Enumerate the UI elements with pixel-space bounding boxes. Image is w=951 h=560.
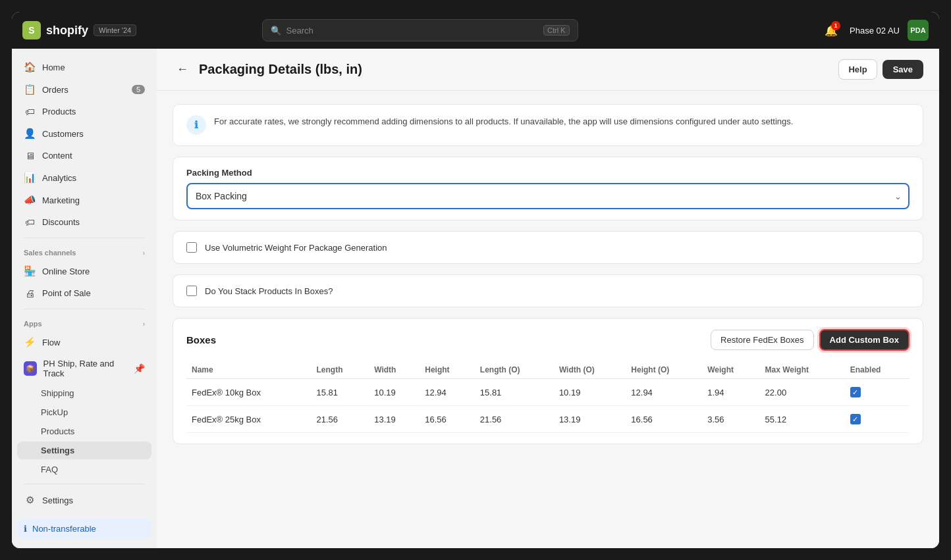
sales-channels-section: Sales channels › [17,243,151,259]
stack-products-label[interactable]: Do You Stack Products In Boxes? [205,286,333,296]
ph-app-label: PH Ship, Rate and Track [43,359,127,378]
col-height: Height [420,361,475,379]
stack-products-checkbox[interactable] [186,286,197,296]
flow-icon: ⚡ [24,336,36,348]
back-button[interactable]: ← [173,61,192,78]
analytics-icon: 📊 [24,172,36,184]
sidebar-label-flow: Flow [42,338,60,347]
divider-1 [24,238,145,238]
info-banner: ℹ For accurate rates, we strongly recomm… [186,115,910,135]
sub-products-label: Products [41,426,74,436]
restore-fedex-button[interactable]: Restore FedEx Boxes [711,330,813,350]
col-length: Length [311,361,369,379]
box-width-o-1: 10.19 [554,379,626,406]
volumetric-weight-row: Use Volumetric Weight For Package Genera… [186,242,910,253]
enabled-check-icon-1: ✓ [850,387,861,397]
sidebar-label-products: Products [42,107,76,116]
box-height-o-1: 12.94 [626,379,702,406]
col-weight: Weight [702,361,759,379]
sidebar-sub-settings[interactable]: Settings [17,442,151,459]
help-button[interactable]: Help [838,59,877,80]
sub-settings-label: Settings [41,445,74,455]
ph-app-icon: 📦 [24,361,37,376]
boxes-actions: Restore FedEx Boxes Add Custom Box [711,329,910,351]
search-icon: 🔍 [271,26,281,36]
boxes-header: Boxes Restore FedEx Boxes Add Custom Box [186,329,910,351]
non-transferable-label: Non-transferable [32,524,96,534]
topbar-right: 🔔 1 Phase 02 AU PDA [821,20,929,41]
volumetric-weight-checkbox[interactable] [186,242,197,253]
box-enabled-2[interactable]: ✓ [845,406,910,433]
packing-method-label: Packing Method [186,168,910,178]
point-of-sale-icon: 🖨 [24,288,36,299]
sidebar-item-settings[interactable]: ⚙ Settings [17,490,151,511]
page-title: Packaging Details (lbs, in) [199,62,362,77]
sidebar-label-online-store: Online Store [42,267,90,276]
sidebar-sub-shipping[interactable]: Shipping [17,384,151,402]
box-length-o-2: 21.56 [475,406,554,433]
divider-3 [24,484,145,484]
box-name-1: FedEx® 10kg Box [186,379,311,406]
packing-method-card: Packing Method Box Packing Weight Based … [173,157,923,220]
sidebar-item-online-store[interactable]: 🏪 Online Store [17,261,151,282]
sales-channels-label: Sales channels [24,249,76,257]
sidebar-item-orders[interactable]: 📋 Orders 5 [17,79,151,100]
search-bar[interactable]: 🔍 Ctrl K [262,19,578,41]
sidebar-sub-pickup[interactable]: PickUp [17,403,151,421]
winter-badge: Winter '24 [94,24,136,36]
col-max-weight: Max Weight [760,361,845,379]
sidebar-item-products[interactable]: 🏷 Products [17,101,151,122]
packing-method-select[interactable]: Box Packing Weight Based Individual [186,183,910,209]
pickup-label: PickUp [41,407,68,417]
stack-products-card: Do You Stack Products In Boxes? [173,274,923,307]
volumetric-weight-card: Use Volumetric Weight For Package Genera… [173,231,923,264]
boxes-table-body: FedEx® 10kg Box 15.81 10.19 12.94 15.81 … [186,379,910,433]
sidebar-item-ph-app[interactable]: 📦 PH Ship, Rate and Track 📌 [17,354,151,383]
sidebar-item-home[interactable]: 🏠 Home [17,57,151,78]
content-icon: 🖥 [24,150,36,161]
sidebar-item-marketing[interactable]: 📣 Marketing [17,190,151,211]
page-header: ← Packaging Details (lbs, in) Help Save [157,49,939,91]
sidebar-sub-faq[interactable]: FAQ [17,461,151,478]
box-name-2: FedEx® 25kg Box [186,406,311,433]
sales-channels-expand-icon[interactable]: › [143,249,145,257]
save-button[interactable]: Save [883,60,923,79]
sidebar-item-customers[interactable]: 👤 Customers [17,123,151,144]
apps-label: Apps [24,320,42,328]
notification-button[interactable]: 🔔 1 [821,20,842,41]
online-store-icon: 🏪 [24,265,36,277]
sidebar-label-analytics: Analytics [42,173,76,183]
sidebar-item-flow[interactable]: ⚡ Flow [17,332,151,353]
sidebar-label-customers: Customers [42,129,84,139]
box-weight-2: 3.56 [702,406,759,433]
box-enabled-1[interactable]: ✓ [845,379,910,406]
boxes-title: Boxes [186,334,216,345]
logo: S shopify Winter '24 [22,21,136,39]
sidebar-label-point-of-sale: Point of Sale [42,288,91,298]
volumetric-weight-label[interactable]: Use Volumetric Weight For Package Genera… [205,243,387,253]
box-max-weight-2: 55.12 [760,406,845,433]
topbar: S shopify Winter '24 🔍 Ctrl K 🔔 1 Phase … [12,12,939,49]
sidebar-item-point-of-sale[interactable]: 🖨 Point of Sale [17,283,151,303]
sidebar-label-home: Home [42,63,65,72]
box-max-weight-1: 22.00 [760,379,845,406]
settings-icon: ⚙ [24,494,36,506]
add-custom-box-button[interactable]: Add Custom Box [819,329,910,351]
box-width-1: 10.19 [369,379,420,406]
sidebar-label-orders: Orders [42,85,68,95]
non-transferable-banner: ℹ Non-transferable [17,519,151,539]
sidebar-item-content[interactable]: 🖥 Content [17,145,151,166]
products-icon: 🏷 [24,106,36,117]
box-width-o-2: 13.19 [554,406,626,433]
sidebar-sub-products[interactable]: Products [17,422,151,440]
marketing-icon: 📣 [24,194,36,206]
sidebar-item-analytics[interactable]: 📊 Analytics [17,167,151,188]
notification-badge: 1 [831,21,840,30]
stack-products-row: Do You Stack Products In Boxes? [186,286,910,296]
apps-expand-icon[interactable]: › [143,320,145,328]
non-transferable-icon: ℹ [24,524,27,534]
search-input[interactable] [286,26,539,36]
avatar-button[interactable]: PDA [908,20,929,41]
sidebar-item-discounts[interactable]: 🏷 Discounts [17,212,151,232]
discounts-icon: 🏷 [24,216,36,228]
